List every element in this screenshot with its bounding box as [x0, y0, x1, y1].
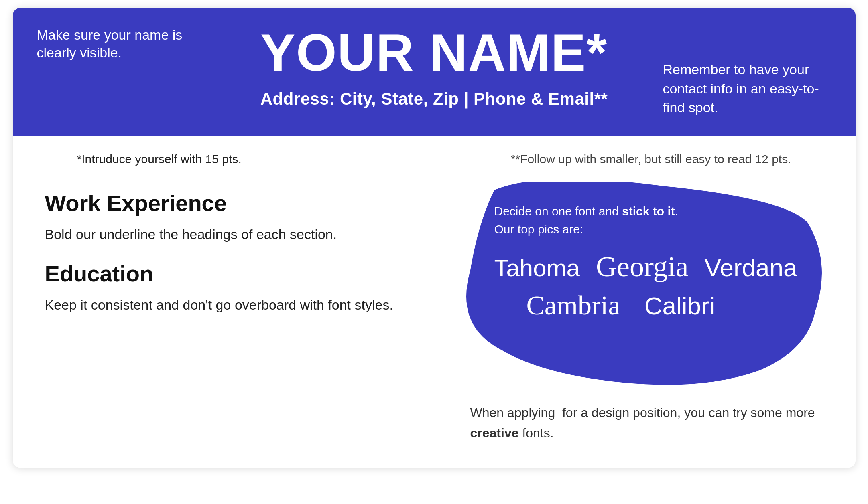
font-verdana: Verdana	[705, 253, 797, 282]
footnotes-section: *Intruduce yourself with 15 pts. **Follo…	[13, 136, 856, 182]
work-experience-text: Bold our underline the headings of each …	[45, 224, 422, 245]
font-calibri: Calibri	[644, 291, 715, 320]
education-heading: Education	[45, 261, 422, 287]
tip-left: Make sure your name is clearly visible.	[37, 26, 189, 61]
creative-text: When applying for a design position, you…	[462, 403, 823, 443]
education-text: Keep it consistent and don't go overboar…	[45, 295, 422, 315]
font-georgia: Georgia	[596, 250, 689, 283]
fonts-row-2: Cambria Calibri	[526, 289, 799, 321]
resume-tips-card: Make sure your name is clearly visible. …	[13, 8, 856, 468]
font-blob: Decide on one font and stick to it.Our t…	[462, 182, 823, 391]
font-cambria: Cambria	[526, 289, 620, 321]
footnote-left: *Intruduce yourself with 15 pts.	[77, 152, 242, 166]
blob-content: Decide on one font and stick to it.Our t…	[462, 182, 823, 391]
work-experience-heading: Work Experience	[45, 190, 422, 216]
font-tahoma: Tahoma	[494, 254, 580, 282]
tip-right: Remember to have your contact info in an…	[663, 60, 831, 117]
footnote-right: **Follow up with smaller, but still easy…	[511, 152, 791, 166]
left-column: Work Experience Bold our underline the h…	[45, 190, 438, 443]
right-column: Decide on one font and stick to it.Our t…	[462, 190, 823, 443]
blob-intro-text: Decide on one font and stick to it.Our t…	[494, 202, 799, 238]
main-content: Work Experience Bold our underline the h…	[13, 182, 856, 468]
header-section: Make sure your name is clearly visible. …	[13, 8, 856, 136]
fonts-row-1: Tahoma Georgia Verdana	[494, 250, 799, 283]
